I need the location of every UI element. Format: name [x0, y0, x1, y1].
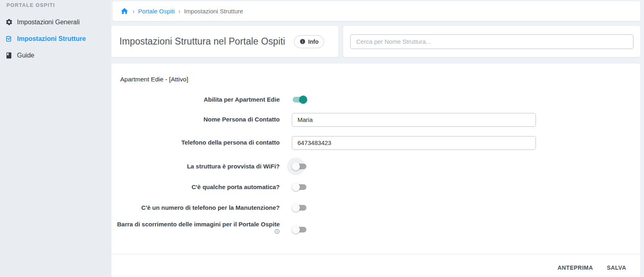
- gear-icon: [5, 18, 13, 26]
- book-icon: [5, 51, 13, 59]
- form-row-barra-scorrimento: Barra di scorrimento delle immagini per …: [111, 221, 640, 239]
- breadcrumb-separator: ›: [132, 8, 134, 15]
- breadcrumb-separator: ›: [178, 8, 180, 15]
- salva-button[interactable]: SALVA: [607, 264, 626, 271]
- field-label: Telefono della persona di contatto: [111, 139, 280, 147]
- field-label: Abilita per Apartment Edie: [111, 96, 280, 104]
- home-icon[interactable]: [120, 7, 129, 15]
- field-label: Nome Persona di Contatto: [111, 116, 280, 124]
- toggle-manutenzione[interactable]: [292, 203, 307, 212]
- structure-settings-card: Apartment Edie - [Attivo] Abilita per Ap…: [111, 64, 640, 277]
- search-card: [343, 26, 640, 57]
- toggle-abilita[interactable]: [292, 95, 307, 104]
- anteprima-button[interactable]: ANTEPRIMA: [557, 264, 593, 271]
- info-outline-icon[interactable]: [274, 228, 280, 236]
- form-footer: ANTEPRIMA SALVA: [111, 254, 640, 277]
- contact-name-input[interactable]: [292, 113, 536, 127]
- info-button-label: Info: [308, 38, 319, 45]
- sidebar-title: PORTALE OSPITI: [0, 2, 111, 8]
- breadcrumb: › Portale Ospiti › Impostazioni Struttur…: [113, 1, 640, 21]
- field-label: C'è un numero di telefono per la Manuten…: [111, 204, 280, 212]
- main-content: › Portale Ospiti › Impostazioni Struttur…: [111, 0, 644, 277]
- sidebar-item-guide[interactable]: Guide: [0, 47, 111, 64]
- toggle-porta-automatica[interactable]: [292, 183, 307, 192]
- breadcrumb-link-portale-ospiti[interactable]: Portale Ospiti: [138, 8, 174, 15]
- info-icon: [300, 38, 306, 45]
- sidebar-item-label: Impostazioni Strutture: [17, 35, 86, 43]
- sidebar: PORTALE OSPITI Impostazioni Generali Imp…: [0, 0, 111, 277]
- search-input[interactable]: [350, 34, 633, 49]
- info-button[interactable]: Info: [294, 35, 324, 48]
- form-row-nome-contatto: Nome Persona di Contatto: [111, 113, 640, 127]
- toggle-barra-scorrimento[interactable]: [292, 225, 307, 234]
- breadcrumb-current: Impostazioni Strutture: [184, 8, 243, 15]
- form-row-manutenzione: C'è un numero di telefono per la Manuten…: [111, 200, 640, 215]
- field-label: C'è qualche porta automatica?: [111, 183, 280, 191]
- field-label: La struttura è provvista di WiFi?: [111, 163, 280, 170]
- sidebar-item-impostazioni-generali[interactable]: Impostazioni Generali: [0, 14, 111, 30]
- form-row-abilita: Abilita per Apartment Edie: [111, 92, 640, 107]
- contact-phone-input[interactable]: [292, 136, 536, 150]
- sidebar-item-label: Guide: [17, 52, 34, 59]
- page-title: Impostazioni Struttura nel Portale Ospit…: [119, 36, 285, 47]
- form-row-telefono-contatto: Telefono della persona di contatto: [111, 136, 640, 150]
- sidebar-item-label: Impostazioni Generali: [17, 19, 80, 26]
- title-card: Impostazioni Struttura nel Portale Ospit…: [111, 26, 338, 57]
- check-square-icon: [5, 35, 13, 43]
- property-name: Apartment Edie - [Attivo]: [120, 76, 640, 83]
- toggle-wifi[interactable]: [292, 162, 307, 171]
- form-row-wifi: La struttura è provvista di WiFi?: [111, 159, 640, 174]
- sidebar-item-impostazioni-strutture[interactable]: Impostazioni Strutture: [0, 30, 111, 47]
- form-row-porta-automatica: C'è qualche porta automatica?: [111, 179, 640, 195]
- field-label: Barra di scorrimento delle immagini per …: [117, 221, 280, 228]
